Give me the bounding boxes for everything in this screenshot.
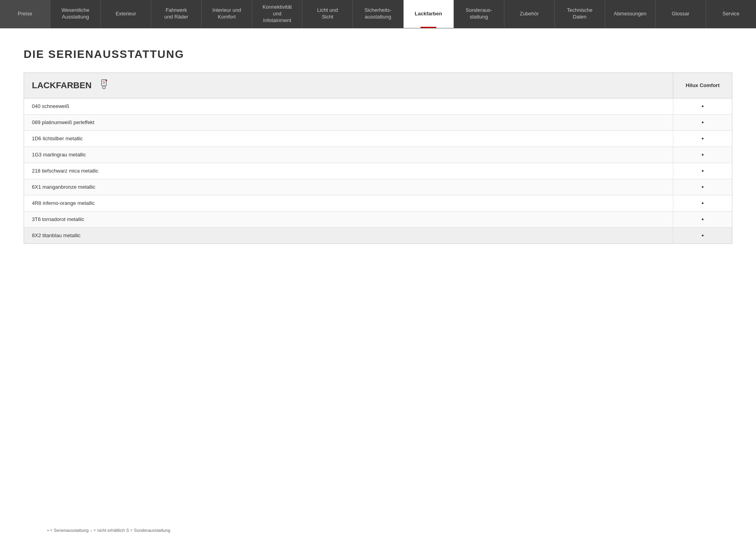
table-row: 4R8 inferno-orange metallic• — [24, 195, 732, 211]
color-value-hilux-comfort: • — [673, 163, 732, 179]
color-name: 8X2 titanblau metallic — [24, 227, 673, 243]
table-row: 3T6 tornadorot metallic• — [24, 211, 732, 227]
nav-item-service[interactable]: Service — [706, 0, 756, 28]
section-title: LACKFARBEN — [32, 80, 92, 91]
color-name: 4R8 inferno-orange metallic — [24, 195, 673, 211]
nav-item-licht-und-sicht[interactable]: Licht und Sicht — [302, 0, 353, 28]
table-header-row: LACKFARBEN — [24, 72, 732, 98]
color-name: 089 platinumweiß perleffekt — [24, 114, 673, 130]
nav-item-zubehoer[interactable]: Zubehör — [504, 0, 555, 28]
color-value-hilux-comfort: • — [673, 179, 732, 195]
color-value-hilux-comfort: • — [673, 227, 732, 243]
color-name: 1D6 lichtsilber metallic — [24, 130, 673, 147]
color-value-hilux-comfort: • — [673, 147, 732, 163]
nav-item-technische-daten[interactable]: Technische Daten — [555, 0, 605, 28]
nav-item-wesentliche-ausstattung[interactable]: Wesentliche Ausstattung — [50, 0, 101, 28]
color-name: 1G3 marlingrau metallic — [24, 147, 673, 163]
table-row: 1G3 marlingrau metallic• — [24, 147, 732, 163]
nav-item-konnektivitaet-und-infotainment[interactable]: Konnektivität und Infotainment — [252, 0, 302, 28]
nav-item-glossar[interactable]: Glossar — [656, 0, 706, 28]
table-body: 040 schneeweiß•089 platinumweiß perleffe… — [24, 98, 732, 243]
navigation-bar: PreiseWesentliche AusstattungExterieurFa… — [0, 0, 756, 28]
footer-legend: • = Serienausstattung – = nicht erhältli… — [47, 528, 170, 533]
table-row: 6X1 manganbronze metallic• — [24, 179, 732, 195]
color-value-hilux-comfort: • — [673, 98, 732, 114]
color-name: 040 schneeweiß — [24, 98, 673, 114]
nav-item-fahrwerk-und-raeder[interactable]: Fahrwerk und Räder — [151, 0, 202, 28]
color-value-hilux-comfort: • — [673, 195, 732, 211]
color-value-hilux-comfort: • — [673, 114, 732, 130]
table-section-header: LACKFARBEN — [24, 72, 673, 98]
nav-item-preise[interactable]: Preise — [0, 0, 50, 28]
column-header-hilux-comfort: Hilux Comfort — [673, 72, 732, 98]
color-value-hilux-comfort: • — [673, 130, 732, 147]
nav-item-interieur-und-komfort[interactable]: Interieur und Komfort — [202, 0, 252, 28]
table-row: 218 tiefschwarz mica metallic• — [24, 163, 732, 179]
nav-item-sicherheitsausstattung[interactable]: Sicherheits- ausstattung — [353, 0, 403, 28]
svg-rect-1 — [103, 86, 105, 89]
nav-item-exterieur[interactable]: Exterieur — [101, 0, 151, 28]
paint-icon — [100, 79, 108, 92]
table-row: 1D6 lichtsilber metallic• — [24, 130, 732, 147]
svg-point-5 — [106, 80, 107, 81]
color-name: 218 tiefschwarz mica metallic — [24, 163, 673, 179]
table-row: 040 schneeweiß• — [24, 98, 732, 114]
color-name: 6X1 manganbronze metallic — [24, 179, 673, 195]
main-content: DIE SERIENAUSSTATTUNG LACKFARBEN — [0, 28, 756, 535]
nav-item-lackfarben[interactable]: Lackfarben — [404, 0, 454, 28]
color-name: 3T6 tornadorot metallic — [24, 211, 673, 227]
color-table: LACKFARBEN — [24, 72, 732, 244]
nav-item-sonderausstattung[interactable]: Sonderaus- stattung — [454, 0, 504, 28]
nav-item-abmessungen[interactable]: Abmessungen — [605, 0, 656, 28]
table-row: 8X2 titanblau metallic• — [24, 227, 732, 243]
color-value-hilux-comfort: • — [673, 211, 732, 227]
page-title: DIE SERIENAUSSTATTUNG — [24, 48, 732, 61]
table-row: 089 platinumweiß perleffekt• — [24, 114, 732, 130]
